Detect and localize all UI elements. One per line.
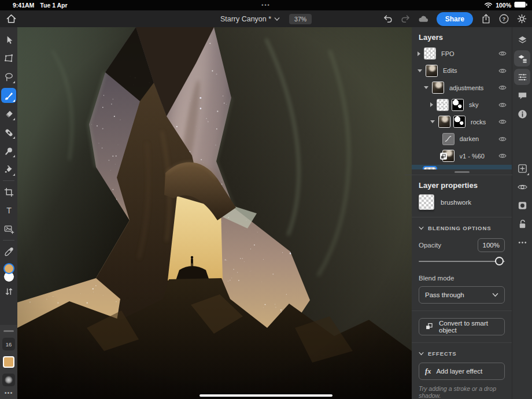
effects-hint-text: Try adding a stroke or a drop shadow. <box>419 385 505 399</box>
layer-visibility-icon[interactable] <box>498 50 507 57</box>
layer-visibility-icon[interactable] <box>498 102 507 108</box>
brush-color-swatch[interactable] <box>3 356 14 368</box>
layer-expander-icon[interactable] <box>418 69 422 72</box>
layer-thumbnail[interactable] <box>442 150 455 162</box>
foreground-color-swatch[interactable] <box>3 263 14 274</box>
tool-type-icon[interactable]: T <box>1 203 16 218</box>
tool-fill-icon[interactable] <box>1 162 16 177</box>
blend-mode-label: Blend mode <box>419 275 505 282</box>
opacity-value-field[interactable]: 100% <box>478 238 505 252</box>
effects-header[interactable]: EFFECTS <box>419 350 505 357</box>
layer-thumbnail[interactable] <box>438 116 450 128</box>
layer-visibility-icon[interactable] <box>498 119 507 125</box>
chevron-down-icon <box>419 352 424 356</box>
tool-lasso-icon[interactable] <box>1 69 16 84</box>
cloud-sync-icon[interactable] <box>417 12 431 26</box>
zoom-level-badge[interactable]: 37% <box>289 14 312 24</box>
more-options-icon[interactable]: ••• <box>5 391 13 394</box>
layer-name: sky <box>469 101 498 108</box>
home-indicator-bar[interactable] <box>200 394 332 397</box>
document-canvas[interactable] <box>17 27 412 399</box>
home-button[interactable] <box>4 12 18 26</box>
layer-thumbnail[interactable] <box>437 99 449 111</box>
layer-row[interactable]: adjustments <box>412 79 512 97</box>
layer-thumbnail[interactable] <box>424 47 436 60</box>
chevron-down-icon <box>274 17 280 21</box>
layers-panel-title: Layers <box>412 27 512 45</box>
share-button[interactable]: Share <box>437 12 473 26</box>
layer-visibility-icon[interactable] <box>498 68 507 74</box>
layer-visibility-icon[interactable] <box>498 136 507 142</box>
options-drag-handle[interactable] <box>3 330 14 332</box>
layer-row[interactable]: sky <box>412 97 512 114</box>
wifi-icon <box>484 2 493 9</box>
rail-lock-icon[interactable] <box>514 216 530 232</box>
layer-expander-icon[interactable] <box>424 86 428 89</box>
rail-visibility-icon[interactable] <box>514 179 530 195</box>
layer-row[interactable]: FPO <box>412 45 512 62</box>
rail-adjustments-icon[interactable] <box>514 69 530 85</box>
rail-layer-stack-icon[interactable] <box>514 50 530 66</box>
battery-icon <box>514 1 527 9</box>
layer-row[interactable]: darken <box>412 131 512 148</box>
layer-thumbnail[interactable] <box>424 167 436 169</box>
brush-tip-preview[interactable] <box>2 374 15 386</box>
redo-button[interactable] <box>399 12 413 26</box>
layer-thumbnail[interactable] <box>426 65 438 77</box>
rail-add-layer-icon[interactable] <box>514 160 530 176</box>
tool-transform-icon[interactable] <box>1 51 16 66</box>
tool-magnifier-icon[interactable] <box>1 143 16 158</box>
brush-size-field[interactable]: 16 <box>2 338 15 350</box>
layer-mask-thumbnail[interactable] <box>453 116 466 128</box>
layer-expander-icon[interactable] <box>430 102 433 107</box>
rail-mask-icon[interactable] <box>514 197 530 213</box>
opacity-label: Opacity <box>419 242 441 249</box>
layer-visibility-icon[interactable] <box>498 84 507 91</box>
opacity-slider[interactable] <box>419 256 505 267</box>
export-icon[interactable] <box>479 12 493 26</box>
add-layer-effect-button[interactable]: fx Add layer effect <box>419 363 505 380</box>
undo-button[interactable] <box>381 12 395 26</box>
rail-comment-icon[interactable] <box>514 87 530 104</box>
fx-icon: fx <box>425 367 431 376</box>
rail-more-icon[interactable] <box>514 234 530 250</box>
tool-swap-icon[interactable] <box>1 284 16 299</box>
help-icon[interactable]: ? <box>497 12 511 26</box>
layer-row[interactable]: rocks <box>412 113 512 131</box>
svg-text:?: ? <box>502 16 505 22</box>
layer-expander-icon[interactable] <box>430 120 435 123</box>
layer-thumbnail[interactable] <box>442 133 455 145</box>
opacity-slider-handle[interactable] <box>495 257 504 265</box>
smart-object-badge <box>440 153 447 160</box>
selected-layer-thumbnail[interactable] <box>419 194 434 210</box>
layer-visibility-icon[interactable] <box>498 153 507 159</box>
layers-panel-drag-handle[interactable] <box>412 169 512 175</box>
layer-properties-title: Layer properties <box>419 176 505 190</box>
tool-crop-icon[interactable] <box>1 184 16 200</box>
tool-healing-icon[interactable] <box>1 125 16 140</box>
tool-eyedropper-icon[interactable] <box>1 244 16 259</box>
tool-eraser-icon[interactable] <box>1 106 16 121</box>
convert-to-smart-object-button[interactable]: Convert to smart object <box>419 318 505 335</box>
rail-layers-icon[interactable] <box>514 32 530 48</box>
settings-gear-icon[interactable] <box>515 12 529 26</box>
document-title[interactable]: Starry Canyon * <box>220 15 280 23</box>
tool-place-image-icon[interactable] <box>1 221 16 237</box>
layer-thumbnail[interactable] <box>432 82 444 94</box>
tool-group-divider <box>3 240 14 241</box>
layer-row[interactable]: v1 - %60 <box>412 147 512 165</box>
layer-row[interactable]: Edits <box>412 62 512 80</box>
blend-mode-dropdown[interactable]: Pass through <box>419 286 505 304</box>
layer-row[interactable]: brushwork <box>412 165 512 169</box>
layer-mask-thumbnail[interactable] <box>452 99 464 111</box>
blending-options-header[interactable]: BLENDING OPTIONS <box>419 225 505 231</box>
layer-expander-icon[interactable] <box>418 51 420 56</box>
canyon-photo <box>17 27 412 399</box>
top-toolbar: Starry Canyon * 37% Share ? <box>0 10 532 27</box>
tool-group-divider <box>3 180 14 181</box>
tool-move-icon[interactable] <box>1 32 16 47</box>
layer-name: v1 - %60 <box>460 153 499 160</box>
layer-name: Edits <box>443 67 498 74</box>
rail-info-icon[interactable] <box>514 106 530 122</box>
tool-brush-icon[interactable] <box>1 88 16 103</box>
